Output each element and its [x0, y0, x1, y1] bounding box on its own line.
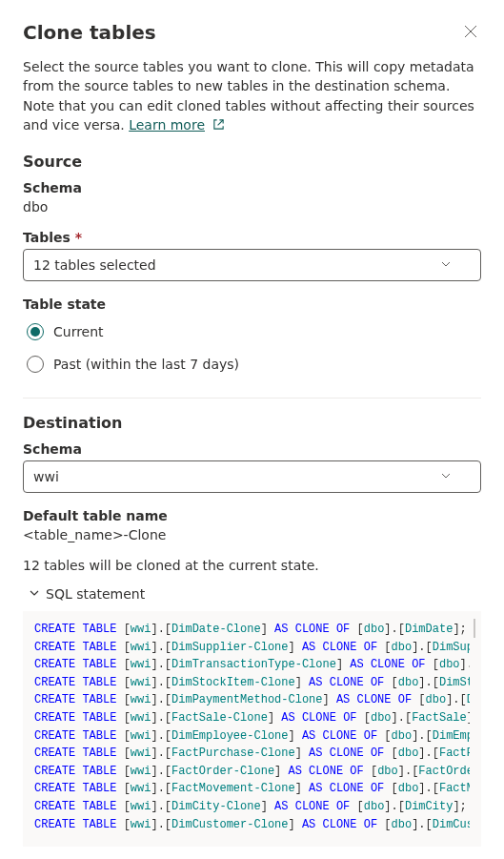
destination-schema-text: wwi [33, 469, 59, 484]
destination-schema-select[interactable]: wwi [23, 460, 481, 493]
sql-line: CREATE TABLE [wwi].[FactPurchase-Clone] … [34, 745, 470, 763]
dialog-description: Select the source tables you want to clo… [23, 57, 481, 135]
clone-summary: 12 tables will be cloned at the current … [23, 558, 481, 573]
chevron-down-icon [29, 586, 40, 602]
sql-line: CREATE TABLE [wwi].[DimTransactionType-C… [34, 656, 470, 674]
sql-toggle-label: SQL statement [46, 586, 145, 602]
sql-line: CREATE TABLE [wwi].[DimCustomer-Clone] A… [34, 816, 470, 834]
learn-more-link[interactable]: Learn more [129, 117, 205, 133]
radio-past[interactable]: Past (within the last 7 days) [23, 348, 481, 380]
destination-heading: Destination [23, 414, 481, 432]
table-state-label: Table state [23, 297, 481, 312]
radio-current[interactable]: Current [23, 316, 481, 348]
sql-line: CREATE TABLE [wwi].[DimEmployee-Clone] A… [34, 727, 470, 746]
close-icon [464, 25, 477, 38]
radio-current-label: Current [53, 324, 104, 339]
sql-line: CREATE TABLE [wwi].[DimSupplier-Clone] A… [34, 639, 470, 657]
close-button[interactable] [460, 21, 481, 42]
sql-line: CREATE TABLE [wwi].[DimPaymentMethod-Clo… [34, 691, 470, 709]
sql-code-block: CREATE TABLE [wwi].[DimDate-Clone] AS CL… [23, 611, 481, 847]
sql-line: CREATE TABLE [wwi].[FactSale-Clone] AS C… [34, 709, 470, 727]
description-text: Select the source tables you want to clo… [23, 59, 474, 133]
sql-line: CREATE TABLE [wwi].[DimDate-Clone] AS CL… [34, 621, 470, 639]
external-link-icon [212, 116, 225, 135]
sql-line: CREATE TABLE [wwi].[DimStockItem-Clone] … [34, 674, 470, 692]
tables-label: Tables [23, 230, 481, 245]
sql-line: CREATE TABLE [wwi].[FactMovement-Clone] … [34, 780, 470, 798]
source-heading: Source [23, 153, 481, 171]
sql-line: CREATE TABLE [wwi].[FactOrder-Clone] AS … [34, 763, 470, 781]
tables-select-text: 12 tables selected [33, 257, 156, 273]
dialog-title: Clone tables [23, 21, 156, 44]
source-schema-label: Schema [23, 180, 481, 195]
radio-icon [27, 323, 44, 340]
default-table-name-value: <table_name>-Clone [23, 527, 481, 542]
source-schema-value: dbo [23, 199, 481, 215]
chevron-down-icon [440, 257, 452, 273]
scrollbar-thumb[interactable] [474, 619, 475, 638]
radio-icon [27, 356, 44, 373]
tables-select[interactable]: 12 tables selected [23, 249, 481, 281]
radio-past-label: Past (within the last 7 days) [53, 357, 239, 372]
sql-statement-toggle[interactable]: SQL statement [23, 586, 481, 602]
default-table-name-label: Default table name [23, 508, 481, 523]
divider [23, 398, 481, 399]
chevron-down-icon [440, 469, 452, 484]
destination-schema-label: Schema [23, 441, 481, 457]
sql-line: CREATE TABLE [wwi].[DimCity-Clone] AS CL… [34, 798, 470, 816]
